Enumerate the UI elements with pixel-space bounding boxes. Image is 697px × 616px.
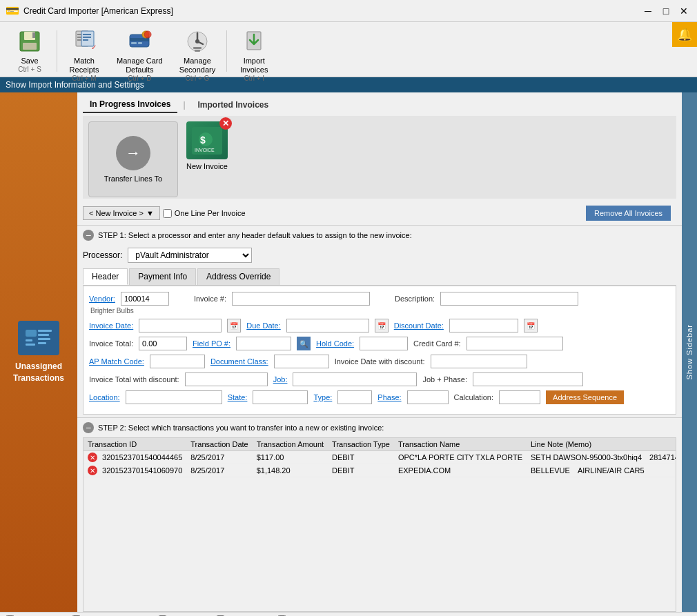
manage-card-defaults-label: Manage CardDefaults xyxy=(117,57,163,74)
svg-rect-31 xyxy=(38,342,46,344)
job-input[interactable] xyxy=(293,372,417,386)
toolbar-divider-2 xyxy=(226,30,227,72)
new-invoice-close-badge: ✕ xyxy=(219,117,232,130)
tab-header[interactable]: Header xyxy=(83,268,128,285)
doc-class-input[interactable] xyxy=(274,355,329,368)
credit-card-input[interactable] xyxy=(467,337,563,350)
field-po-label[interactable]: Field PO #: xyxy=(193,339,230,348)
unassigned-transactions-panel[interactable]: UnassignedTransactions xyxy=(0,92,77,612)
save-button[interactable]: Save Ctrl + S xyxy=(6,25,54,76)
ap-match-input[interactable] xyxy=(150,355,205,368)
remove-all-invoices-button[interactable]: Remove All Invoices xyxy=(586,206,671,221)
due-date-calendar-button[interactable]: 📅 xyxy=(375,319,389,332)
col-line-note: Line Note (Memo) xyxy=(527,438,676,451)
inv-date-discount-input[interactable] xyxy=(431,355,527,368)
svg-rect-16 xyxy=(138,42,142,44)
manage-card-defaults-button[interactable]: Manage CardDefaults Ctrl + D xyxy=(108,25,171,85)
svg-point-20 xyxy=(195,39,199,43)
due-date-input[interactable] xyxy=(286,319,369,332)
vendor-name: Brighter Bulbs xyxy=(89,307,670,315)
description-input[interactable] xyxy=(440,292,578,306)
invoice-num-input[interactable] xyxy=(232,292,370,306)
tab-address-override[interactable]: Address Override xyxy=(197,268,279,285)
invoice-content-area: → Transfer Lines To $ INVOICE ✕ New Invo… xyxy=(83,116,676,199)
cell-memo-1: SETH DAWSON-95000-3tx0hiq4 2814714683 xyxy=(527,451,676,464)
tab-payment-info[interactable]: Payment Info xyxy=(129,268,196,285)
transfer-arrow-icon: → xyxy=(116,136,150,170)
tab-imported[interactable]: Imported Invoices xyxy=(191,97,276,112)
location-label[interactable]: Location: xyxy=(89,393,120,401)
col-transaction-date: Transaction Date xyxy=(186,438,252,451)
table-row[interactable]: ✕ 3201523701540044465 8/25/2017 $117.00 … xyxy=(84,451,676,464)
manage-secondary-button[interactable]: ManageSecondary Ctrl + G xyxy=(171,25,224,85)
transaction-table: Transaction ID Transaction Date Transact… xyxy=(84,438,676,477)
ap-match-label[interactable]: AP Match Code: xyxy=(89,357,144,366)
state-input[interactable] xyxy=(253,390,308,404)
header-form: Vendor: Invoice #: Description: Brighter… xyxy=(83,286,676,415)
calculation-input[interactable] xyxy=(499,390,540,404)
show-sidebar-button[interactable]: Show Sidebar xyxy=(682,92,697,612)
svg-rect-30 xyxy=(38,338,50,340)
tab-in-progress[interactable]: In Progress Invoices xyxy=(83,97,177,113)
phase-label[interactable]: Phase: xyxy=(377,393,401,401)
step1-collapse-button[interactable]: − xyxy=(83,230,94,241)
discount-date-calendar-button[interactable]: 📅 xyxy=(524,319,538,332)
new-invoice-dropdown-button[interactable]: < New Invoice > ▼ xyxy=(83,206,160,220)
hold-code-input[interactable] xyxy=(360,337,408,350)
match-receipts-shortcut: Ctrl + M xyxy=(72,74,96,82)
one-line-per-invoice-checkbox[interactable] xyxy=(163,209,172,218)
cell-name-1: OPC*LA PORTE CITY TXLA PORTE xyxy=(394,451,527,464)
svg-rect-14 xyxy=(130,38,149,41)
bell-symbol: 🔔 xyxy=(677,27,692,42)
type-label[interactable]: Type: xyxy=(313,393,332,401)
invoice-total-input[interactable] xyxy=(139,337,187,350)
svg-text:✓: ✓ xyxy=(91,43,97,51)
maximize-button[interactable]: □ xyxy=(658,3,674,19)
due-date-label[interactable]: Due Date: xyxy=(246,321,281,330)
new-invoice-icon: $ INVOICE ✕ xyxy=(186,121,228,159)
inv-total-discount-input[interactable] xyxy=(185,372,268,386)
toolbar-divider-1 xyxy=(57,30,57,72)
phase-input[interactable] xyxy=(407,390,449,404)
bell-icon[interactable]: 🔔 xyxy=(672,22,697,47)
one-line-label: One Line Per Invoice xyxy=(175,209,246,217)
type-input[interactable] xyxy=(337,390,372,404)
svg-rect-21 xyxy=(193,47,202,49)
transfer-lines-button[interactable]: → Transfer Lines To xyxy=(88,121,178,197)
import-invoices-button[interactable]: ImportInvoices Ctrl + I xyxy=(230,25,278,85)
invoice-date-calendar-button[interactable]: 📅 xyxy=(227,319,241,332)
state-label[interactable]: State: xyxy=(228,393,248,401)
discount-date-input[interactable] xyxy=(449,319,518,332)
table-row[interactable]: ✕ 3201523701541060970 8/25/2017 $1,148.2… xyxy=(84,464,676,477)
step2-collapse-button[interactable]: − xyxy=(83,422,94,433)
hold-code-label[interactable]: Hold Code: xyxy=(316,339,354,348)
match-receipts-button[interactable]: ✓ MatchReceipts Ctrl + M xyxy=(60,25,108,85)
discount-date-label[interactable]: Discount Date: xyxy=(394,321,444,330)
location-input[interactable] xyxy=(126,390,222,404)
vendor-label[interactable]: Vendor: xyxy=(89,295,115,303)
dropdown-arrow-icon: ▼ xyxy=(146,209,154,217)
doc-class-label[interactable]: Document Class: xyxy=(210,357,268,366)
window-title: Credit Card Importer [American Express] xyxy=(23,6,640,16)
processor-select[interactable]: pVault Administrator xyxy=(128,248,252,263)
svg-rect-11 xyxy=(83,39,88,41)
vendor-input[interactable] xyxy=(121,292,169,306)
inv-total-discount-label: Invoice Total with discount: xyxy=(89,375,179,384)
field-po-input[interactable] xyxy=(236,337,291,350)
manage-secondary-icon xyxy=(184,28,211,55)
job-phase-input[interactable] xyxy=(473,372,583,386)
svg-rect-3 xyxy=(32,32,35,38)
table-header-row: Transaction ID Transaction Date Transact… xyxy=(84,438,676,451)
field-po-search-button[interactable]: 🔍 xyxy=(297,337,311,350)
invoice-date-label[interactable]: Invoice Date: xyxy=(89,321,133,330)
close-button[interactable]: ✕ xyxy=(676,3,691,19)
svg-text:INVOICE: INVOICE xyxy=(195,148,215,152)
job-row: Invoice Total with discount: Job: Job + … xyxy=(89,372,670,386)
invoice-date-input[interactable] xyxy=(139,319,222,332)
cell-id-2: ✕ 3201523701541060970 xyxy=(84,464,186,477)
minimize-button[interactable]: ─ xyxy=(640,3,656,19)
unassigned-label: UnassignedTransactions xyxy=(13,361,64,384)
invoice-total-label: Invoice Total: xyxy=(89,339,133,348)
job-label[interactable]: Job: xyxy=(273,375,288,384)
address-sequence-button[interactable]: Address Sequence xyxy=(546,390,624,404)
